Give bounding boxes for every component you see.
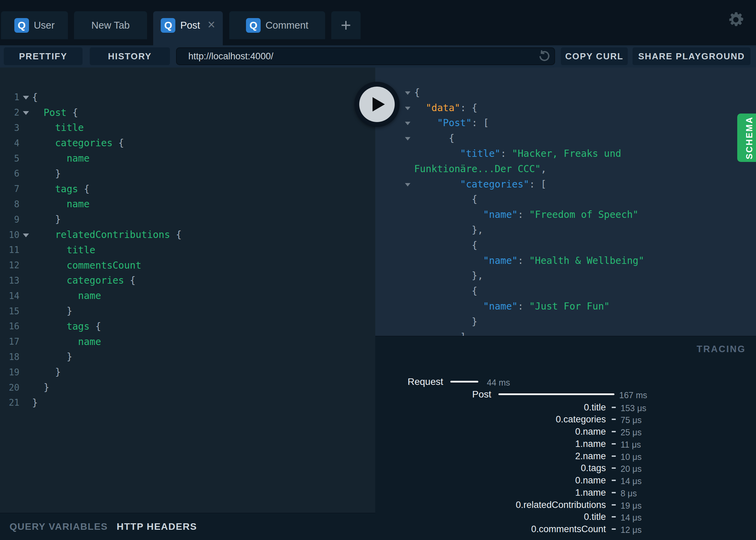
response-json: Funktionäre...Der CCC",	[414, 163, 547, 175]
query-variables-tab[interactable]: QUERY VARIABLES	[10, 521, 108, 532]
span-label: Post	[375, 389, 491, 400]
response-row: {	[375, 283, 756, 299]
fold-arrow-icon[interactable]	[19, 95, 32, 100]
response-json: {	[414, 240, 477, 251]
share-playground-button[interactable]: SHARE PLAYGROUND	[633, 47, 751, 65]
query-line[interactable]: 12 commentsCount	[0, 258, 375, 273]
fold-arrow-icon[interactable]	[19, 110, 32, 115]
response-json: "data": {	[414, 102, 477, 114]
query-lines: 1{2 Post {3 title4 categories {5 name6 }…	[0, 68, 375, 410]
response-rows: { "data": { "Post": [ { "title": "Hacker…	[375, 68, 756, 336]
query-type-badge: Q	[161, 18, 175, 33]
new-tab-plus-button[interactable]: +	[331, 11, 361, 39]
query-line[interactable]: 20 }	[0, 380, 375, 395]
line-number: 18	[4, 352, 19, 362]
query-line[interactable]: 13 categories {	[0, 273, 375, 288]
tab-new-tab[interactable]: New Tab	[74, 11, 147, 39]
execute-play-button[interactable]	[354, 82, 399, 127]
query-line[interactable]: 4 categories {	[0, 135, 375, 151]
line-number: 7	[4, 184, 19, 194]
query-line[interactable]: 16 tags {	[0, 319, 375, 334]
query-line[interactable]: 5 name	[0, 151, 375, 166]
query-line[interactable]: 7 tags {	[0, 181, 375, 197]
query-line[interactable]: 6 }	[0, 166, 375, 181]
response-row: "name": "Just For Fun"	[375, 299, 756, 314]
line-number: 8	[4, 199, 19, 209]
fold-arrow-icon[interactable]	[403, 182, 412, 186]
resolver-dash	[612, 419, 616, 420]
resolver-path: 1.name	[375, 487, 606, 498]
tab-inner: New Tab	[91, 11, 130, 39]
fold-arrow-icon[interactable]	[19, 232, 32, 237]
tab-comment[interactable]: QComment	[229, 11, 325, 39]
line-number: 4	[4, 138, 19, 148]
history-button[interactable]: HISTORY	[90, 47, 170, 65]
response-row: {	[375, 192, 756, 207]
query-code: name	[32, 290, 101, 301]
response-row: },	[375, 222, 756, 238]
resolver-duration: 14 μs	[621, 476, 642, 486]
query-line[interactable]: 9 }	[0, 212, 375, 227]
copy-curl-button[interactable]: COPY CURL	[561, 47, 628, 65]
tab-bar: QUserNew TabQPost×QComment+	[0, 0, 756, 45]
settings-gear-button[interactable]	[727, 11, 744, 28]
tracing-span-row: Request44 ms	[375, 377, 756, 387]
response-row: ]	[375, 329, 756, 336]
query-line[interactable]: 3 title	[0, 120, 375, 136]
resolver-duration: 10 μs	[621, 452, 642, 462]
close-tab-icon[interactable]: ×	[207, 18, 215, 31]
line-number: 3	[4, 123, 19, 133]
tracing-resolver-row: 0.relatedContributions19 μs	[375, 500, 756, 510]
response-row: "name": "Freedom of Speech"	[375, 207, 756, 222]
query-line[interactable]: 18 }	[0, 349, 375, 365]
query-line[interactable]: 2 Post {	[0, 105, 375, 120]
query-line[interactable]: 11 title	[0, 242, 375, 258]
query-line[interactable]: 10 relatedContributions {	[0, 227, 375, 242]
response-row: }	[375, 314, 756, 329]
tab-label: User	[34, 20, 55, 31]
query-editor-pane[interactable]: 1{2 Post {3 title4 categories {5 name6 }…	[0, 68, 375, 513]
fold-arrow-icon[interactable]	[403, 121, 412, 125]
triangle-down-icon	[405, 122, 410, 125]
line-number: 13	[4, 275, 19, 286]
query-line[interactable]: 15 }	[0, 303, 375, 319]
tab-user[interactable]: QUser	[1, 11, 68, 39]
tracing-resolver-row: 0.categories75 μs	[375, 414, 756, 424]
endpoint-url-input[interactable]	[177, 51, 534, 62]
triangle-down-icon	[405, 137, 410, 140]
query-code: }	[32, 351, 72, 362]
query-line[interactable]: 14 name	[0, 288, 375, 303]
toolbar: PRETTIFY HISTORY COPY CURL SHARE PLAYGRO…	[0, 45, 756, 68]
resolver-path: 0.tags	[375, 463, 606, 473]
reload-icon[interactable]	[534, 49, 554, 63]
fold-arrow-icon[interactable]	[403, 106, 412, 110]
line-number: 11	[4, 245, 19, 255]
query-line[interactable]: 19 }	[0, 364, 375, 380]
fold-arrow-icon[interactable]	[403, 136, 412, 140]
resolver-dash	[612, 492, 616, 493]
line-number: 17	[4, 336, 19, 347]
resolver-dash	[612, 431, 616, 432]
response-json: },	[414, 224, 483, 236]
query-type-badge: Q	[246, 18, 261, 33]
query-line[interactable]: 1{	[0, 90, 375, 105]
resolver-duration: 19 μs	[621, 500, 642, 511]
endpoint-url-wrap	[176, 47, 555, 65]
query-line[interactable]: 21}	[0, 395, 375, 410]
resolver-dash	[612, 443, 616, 445]
response-json: {	[414, 87, 420, 98]
query-code: title	[32, 122, 84, 133]
http-headers-tab[interactable]: HTTP HEADERS	[117, 521, 197, 532]
triangle-down-icon	[23, 234, 29, 237]
query-code: }	[32, 397, 38, 408]
query-code: relatedContributions {	[32, 229, 181, 240]
fold-arrow-icon[interactable]	[403, 90, 412, 95]
query-line[interactable]: 8 name	[0, 197, 375, 212]
prettify-button[interactable]: PRETTIFY	[4, 47, 83, 65]
query-line[interactable]: 17 name	[0, 334, 375, 349]
schema-side-tab[interactable]: SCHEMA	[737, 114, 756, 162]
resolver-duration: 11 μs	[621, 439, 641, 450]
tracing-resolver-row: 0.title14 μs	[375, 512, 756, 522]
schema-tab-label: SCHEMA	[744, 116, 754, 159]
response-json: {	[414, 133, 454, 144]
